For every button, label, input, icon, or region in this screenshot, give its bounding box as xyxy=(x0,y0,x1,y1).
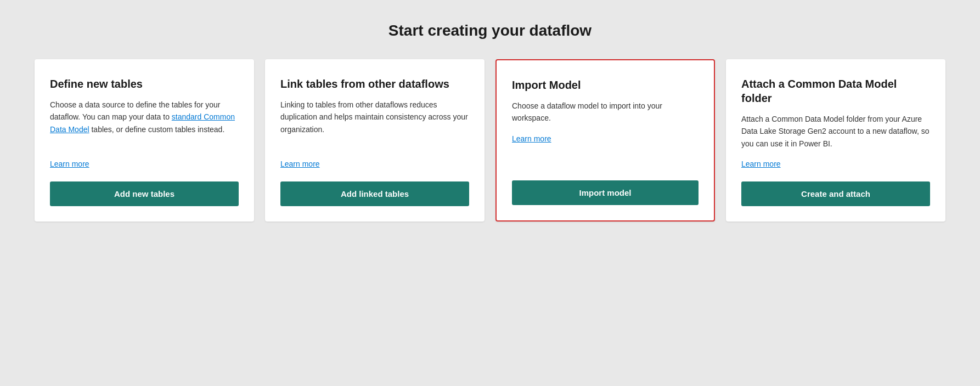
card-description-import-model: Choose a dataflow model to import into y… xyxy=(512,100,699,124)
learn-more-link-attach-cdm-folder[interactable]: Learn more xyxy=(741,160,930,168)
create-and-attach-button[interactable]: Create and attach xyxy=(741,181,930,206)
card-description-define-new-tables: Choose a data source to define the table… xyxy=(50,99,239,150)
standard-cdm-link[interactable]: standard Common Data Model xyxy=(50,112,235,133)
card-description-link-tables: Linking to tables from other dataflows r… xyxy=(280,99,469,150)
add-linked-tables-button[interactable]: Add linked tables xyxy=(280,181,469,206)
card-link-tables: Link tables from other dataflows Linking… xyxy=(265,59,485,222)
card-title-define-new-tables: Define new tables xyxy=(50,77,239,91)
cards-container: Define new tables Choose a data source t… xyxy=(33,59,947,222)
card-title-link-tables: Link tables from other dataflows xyxy=(280,77,469,91)
card-description-attach-cdm-folder: Attach a Common Data Model folder from y… xyxy=(741,113,930,150)
import-model-button[interactable]: Import model xyxy=(512,180,699,205)
card-define-new-tables: Define new tables Choose a data source t… xyxy=(35,59,254,222)
learn-more-link-link-tables[interactable]: Learn more xyxy=(280,160,469,168)
learn-more-link-import-model[interactable]: Learn more xyxy=(512,134,699,143)
card-import-model: Import Model Choose a dataflow model to … xyxy=(495,59,715,222)
learn-more-link-define-new-tables[interactable]: Learn more xyxy=(50,160,239,168)
page-title: Start creating your dataflow xyxy=(388,22,592,39)
add-new-tables-button[interactable]: Add new tables xyxy=(50,181,239,206)
card-title-import-model: Import Model xyxy=(512,78,699,92)
card-title-attach-cdm-folder: Attach a Common Data Model folder xyxy=(741,77,930,105)
card-attach-cdm-folder: Attach a Common Data Model folder Attach… xyxy=(726,59,945,222)
